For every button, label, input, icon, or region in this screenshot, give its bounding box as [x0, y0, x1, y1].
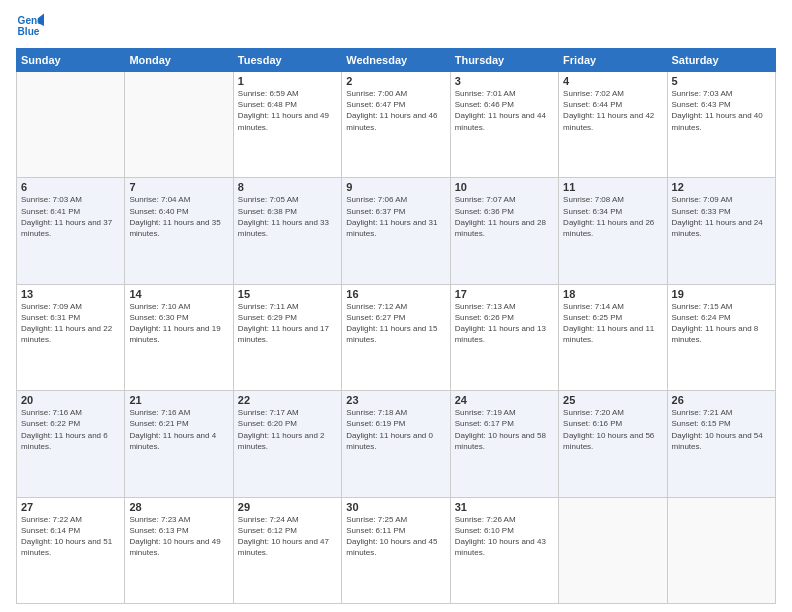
calendar-cell: 20Sunrise: 7:16 AM Sunset: 6:22 PM Dayli… [17, 391, 125, 497]
day-number: 29 [238, 501, 337, 513]
day-number: 3 [455, 75, 554, 87]
cell-details: Sunrise: 7:07 AM Sunset: 6:36 PM Dayligh… [455, 194, 554, 239]
cell-details: Sunrise: 7:02 AM Sunset: 6:44 PM Dayligh… [563, 88, 662, 133]
calendar-table: SundayMondayTuesdayWednesdayThursdayFrid… [16, 48, 776, 604]
calendar-cell: 2Sunrise: 7:00 AM Sunset: 6:47 PM Daylig… [342, 72, 450, 178]
calendar-cell [125, 72, 233, 178]
day-number: 15 [238, 288, 337, 300]
day-number: 18 [563, 288, 662, 300]
day-number: 30 [346, 501, 445, 513]
cell-details: Sunrise: 7:18 AM Sunset: 6:19 PM Dayligh… [346, 407, 445, 452]
cell-details: Sunrise: 7:17 AM Sunset: 6:20 PM Dayligh… [238, 407, 337, 452]
calendar-cell: 4Sunrise: 7:02 AM Sunset: 6:44 PM Daylig… [559, 72, 667, 178]
calendar-cell: 16Sunrise: 7:12 AM Sunset: 6:27 PM Dayli… [342, 284, 450, 390]
calendar-cell: 11Sunrise: 7:08 AM Sunset: 6:34 PM Dayli… [559, 178, 667, 284]
calendar-week-row: 27Sunrise: 7:22 AM Sunset: 6:14 PM Dayli… [17, 497, 776, 603]
cell-details: Sunrise: 7:09 AM Sunset: 6:33 PM Dayligh… [672, 194, 771, 239]
cell-details: Sunrise: 7:19 AM Sunset: 6:17 PM Dayligh… [455, 407, 554, 452]
cell-details: Sunrise: 7:09 AM Sunset: 6:31 PM Dayligh… [21, 301, 120, 346]
day-number: 16 [346, 288, 445, 300]
cell-details: Sunrise: 7:21 AM Sunset: 6:15 PM Dayligh… [672, 407, 771, 452]
calendar-cell: 12Sunrise: 7:09 AM Sunset: 6:33 PM Dayli… [667, 178, 775, 284]
calendar-cell: 31Sunrise: 7:26 AM Sunset: 6:10 PM Dayli… [450, 497, 558, 603]
cell-details: Sunrise: 7:14 AM Sunset: 6:25 PM Dayligh… [563, 301, 662, 346]
calendar-cell: 10Sunrise: 7:07 AM Sunset: 6:36 PM Dayli… [450, 178, 558, 284]
calendar-cell: 19Sunrise: 7:15 AM Sunset: 6:24 PM Dayli… [667, 284, 775, 390]
calendar-cell: 17Sunrise: 7:13 AM Sunset: 6:26 PM Dayli… [450, 284, 558, 390]
header: General Blue [16, 12, 776, 40]
day-number: 14 [129, 288, 228, 300]
cell-details: Sunrise: 7:08 AM Sunset: 6:34 PM Dayligh… [563, 194, 662, 239]
cell-details: Sunrise: 7:16 AM Sunset: 6:21 PM Dayligh… [129, 407, 228, 452]
calendar-cell: 18Sunrise: 7:14 AM Sunset: 6:25 PM Dayli… [559, 284, 667, 390]
day-number: 22 [238, 394, 337, 406]
calendar-cell: 28Sunrise: 7:23 AM Sunset: 6:13 PM Dayli… [125, 497, 233, 603]
cell-details: Sunrise: 7:01 AM Sunset: 6:46 PM Dayligh… [455, 88, 554, 133]
cell-details: Sunrise: 7:20 AM Sunset: 6:16 PM Dayligh… [563, 407, 662, 452]
cell-details: Sunrise: 7:25 AM Sunset: 6:11 PM Dayligh… [346, 514, 445, 559]
weekday-header-wednesday: Wednesday [342, 49, 450, 72]
day-number: 26 [672, 394, 771, 406]
cell-details: Sunrise: 7:15 AM Sunset: 6:24 PM Dayligh… [672, 301, 771, 346]
calendar-cell: 22Sunrise: 7:17 AM Sunset: 6:20 PM Dayli… [233, 391, 341, 497]
cell-details: Sunrise: 7:23 AM Sunset: 6:13 PM Dayligh… [129, 514, 228, 559]
day-number: 5 [672, 75, 771, 87]
calendar-cell [667, 497, 775, 603]
cell-details: Sunrise: 6:59 AM Sunset: 6:48 PM Dayligh… [238, 88, 337, 133]
day-number: 17 [455, 288, 554, 300]
cell-details: Sunrise: 7:12 AM Sunset: 6:27 PM Dayligh… [346, 301, 445, 346]
calendar-cell: 29Sunrise: 7:24 AM Sunset: 6:12 PM Dayli… [233, 497, 341, 603]
day-number: 28 [129, 501, 228, 513]
day-number: 6 [21, 181, 120, 193]
weekday-header-tuesday: Tuesday [233, 49, 341, 72]
calendar-cell: 26Sunrise: 7:21 AM Sunset: 6:15 PM Dayli… [667, 391, 775, 497]
day-number: 21 [129, 394, 228, 406]
cell-details: Sunrise: 7:24 AM Sunset: 6:12 PM Dayligh… [238, 514, 337, 559]
calendar-cell [559, 497, 667, 603]
day-number: 4 [563, 75, 662, 87]
weekday-header-row: SundayMondayTuesdayWednesdayThursdayFrid… [17, 49, 776, 72]
calendar-cell: 24Sunrise: 7:19 AM Sunset: 6:17 PM Dayli… [450, 391, 558, 497]
day-number: 12 [672, 181, 771, 193]
calendar-week-row: 1Sunrise: 6:59 AM Sunset: 6:48 PM Daylig… [17, 72, 776, 178]
day-number: 24 [455, 394, 554, 406]
weekday-header-friday: Friday [559, 49, 667, 72]
day-number: 31 [455, 501, 554, 513]
weekday-header-monday: Monday [125, 49, 233, 72]
cell-details: Sunrise: 7:00 AM Sunset: 6:47 PM Dayligh… [346, 88, 445, 133]
calendar-cell: 9Sunrise: 7:06 AM Sunset: 6:37 PM Daylig… [342, 178, 450, 284]
calendar-cell: 23Sunrise: 7:18 AM Sunset: 6:19 PM Dayli… [342, 391, 450, 497]
cell-details: Sunrise: 7:13 AM Sunset: 6:26 PM Dayligh… [455, 301, 554, 346]
day-number: 1 [238, 75, 337, 87]
calendar-cell: 21Sunrise: 7:16 AM Sunset: 6:21 PM Dayli… [125, 391, 233, 497]
svg-text:Blue: Blue [18, 26, 40, 37]
calendar-cell: 7Sunrise: 7:04 AM Sunset: 6:40 PM Daylig… [125, 178, 233, 284]
day-number: 23 [346, 394, 445, 406]
day-number: 11 [563, 181, 662, 193]
cell-details: Sunrise: 7:05 AM Sunset: 6:38 PM Dayligh… [238, 194, 337, 239]
weekday-header-thursday: Thursday [450, 49, 558, 72]
general-blue-logo-icon: General Blue [16, 12, 44, 40]
cell-details: Sunrise: 7:03 AM Sunset: 6:41 PM Dayligh… [21, 194, 120, 239]
day-number: 20 [21, 394, 120, 406]
day-number: 27 [21, 501, 120, 513]
day-number: 2 [346, 75, 445, 87]
calendar-cell: 5Sunrise: 7:03 AM Sunset: 6:43 PM Daylig… [667, 72, 775, 178]
calendar-week-row: 20Sunrise: 7:16 AM Sunset: 6:22 PM Dayli… [17, 391, 776, 497]
day-number: 13 [21, 288, 120, 300]
calendar-cell: 30Sunrise: 7:25 AM Sunset: 6:11 PM Dayli… [342, 497, 450, 603]
cell-details: Sunrise: 7:11 AM Sunset: 6:29 PM Dayligh… [238, 301, 337, 346]
calendar-cell: 14Sunrise: 7:10 AM Sunset: 6:30 PM Dayli… [125, 284, 233, 390]
calendar-cell: 13Sunrise: 7:09 AM Sunset: 6:31 PM Dayli… [17, 284, 125, 390]
calendar-cell: 1Sunrise: 6:59 AM Sunset: 6:48 PM Daylig… [233, 72, 341, 178]
calendar-cell [17, 72, 125, 178]
calendar-week-row: 6Sunrise: 7:03 AM Sunset: 6:41 PM Daylig… [17, 178, 776, 284]
cell-details: Sunrise: 7:22 AM Sunset: 6:14 PM Dayligh… [21, 514, 120, 559]
day-number: 7 [129, 181, 228, 193]
calendar-cell: 6Sunrise: 7:03 AM Sunset: 6:41 PM Daylig… [17, 178, 125, 284]
calendar-cell: 25Sunrise: 7:20 AM Sunset: 6:16 PM Dayli… [559, 391, 667, 497]
calendar-week-row: 13Sunrise: 7:09 AM Sunset: 6:31 PM Dayli… [17, 284, 776, 390]
calendar-cell: 3Sunrise: 7:01 AM Sunset: 6:46 PM Daylig… [450, 72, 558, 178]
day-number: 25 [563, 394, 662, 406]
cell-details: Sunrise: 7:16 AM Sunset: 6:22 PM Dayligh… [21, 407, 120, 452]
